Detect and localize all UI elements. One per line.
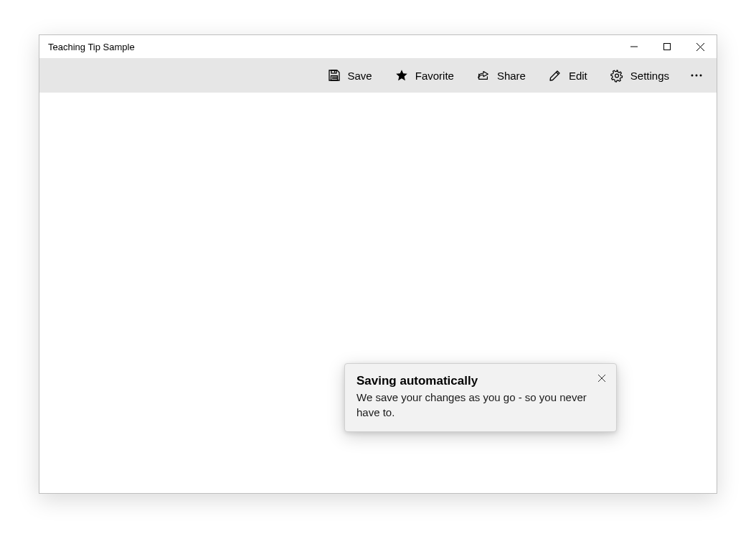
title-bar: Teaching Tip Sample [39,35,717,58]
content-area: Saving automatically We save your change… [39,93,717,493]
more-button[interactable] [682,61,711,90]
favorite-button[interactable]: Favorite [385,63,464,88]
close-button[interactable] [684,35,717,58]
svg-rect-4 [331,70,336,73]
gear-icon [610,69,623,82]
window-controls [618,35,717,58]
maximize-icon [663,43,671,50]
close-icon [696,43,704,51]
pencil-icon [549,69,562,82]
svg-rect-6 [331,76,337,81]
close-icon [598,375,605,382]
teaching-tip-body: We save your changes as you go - so you … [356,390,605,420]
svg-point-12 [696,75,698,77]
share-button[interactable]: Share [467,63,536,88]
svg-point-10 [615,74,618,78]
minimize-icon [630,43,638,50]
save-label: Save [348,70,372,82]
svg-rect-1 [664,44,671,50]
app-window: Teaching Tip Sample [39,34,717,494]
maximize-button[interactable] [651,35,684,58]
window-title: Teaching Tip Sample [48,42,135,52]
share-label: Share [497,70,526,82]
more-icon [691,74,702,77]
command-bar: Save Favorite Share [39,58,717,93]
svg-point-13 [700,75,702,77]
settings-button[interactable]: Settings [600,63,679,88]
share-icon [477,69,490,82]
star-icon [395,69,408,82]
teaching-tip-close-button[interactable] [595,371,609,385]
teaching-tip-title: Saving automatically [356,374,605,388]
favorite-label: Favorite [415,70,454,82]
edit-label: Edit [569,70,587,82]
save-button[interactable]: Save [318,63,382,88]
settings-label: Settings [630,70,669,82]
svg-point-11 [691,75,694,77]
edit-button[interactable]: Edit [539,63,597,88]
teaching-tip: Saving automatically We save your change… [344,363,617,432]
minimize-button[interactable] [618,35,651,58]
save-icon [328,69,341,82]
